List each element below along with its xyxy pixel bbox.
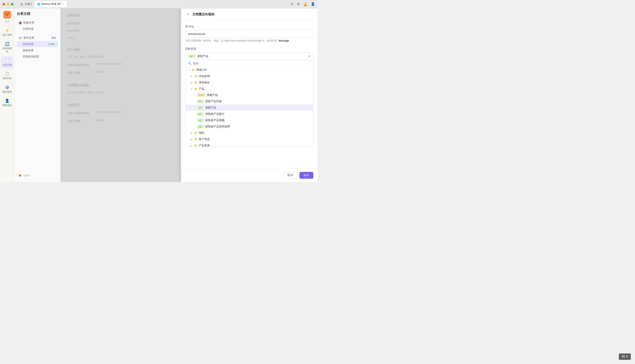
titlebar-actions: ↻ ⚙ 🔔 👤 — [291, 2, 315, 6]
tree-label-get-product: 获取产品 — [205, 106, 216, 110]
maximize-traffic-light[interactable] — [11, 3, 14, 6]
avatar-icon[interactable]: 👤 — [311, 2, 315, 6]
publish-settings-item[interactable]: 发布设置 已发布 — [17, 41, 58, 47]
share-list-item[interactable]: 分享列表 — [17, 26, 58, 32]
publish-label: 发布文档 — [23, 36, 34, 40]
source-slug-hint-bold: docs/api — [279, 39, 289, 42]
quick-share-section: 📤 快捷分享 分享列表 — [17, 20, 58, 32]
tree-label-get-product-desc: 获取参产品使用说明 — [205, 125, 230, 128]
tree-item-get-product-videos[interactable]: GET 获取参产品视频 — [186, 117, 313, 124]
tree-label-variants: 产品变体 — [199, 144, 210, 146]
close-traffic-light[interactable] — [2, 3, 5, 6]
publish-section: 📰 发布文档 预览 发布设置 已发布 基础设置 页面布局设置 — [17, 35, 58, 60]
basic-settings-label: 基础设置 — [23, 48, 34, 52]
sidebar-item-interface[interactable]: ⚡ 接口管理 — [1, 26, 13, 38]
method-get-tag-product: GET — [197, 106, 204, 109]
interface-icon: ⚡ — [5, 28, 10, 33]
chevron-down-icon: ▼ — [308, 55, 310, 58]
tree-item-get-product-desc[interactable]: GET 获取参产品使用说明 — [186, 124, 313, 130]
target-resource-select: GET 获取产品 ▼ 🔍 — [185, 52, 313, 147]
close-icon: × — [187, 12, 188, 16]
tree-item-products[interactable]: ▼ 📁 产品 — [186, 86, 313, 92]
share-list-label: 分享列表 — [23, 27, 34, 31]
tree-item-merchant-api[interactable]: ▼ 📁 商城 API — [186, 67, 313, 73]
method-get-tag-images: GET — [197, 112, 204, 116]
select-display[interactable]: GET 获取产品 ▼ — [185, 52, 313, 60]
content-sidebar: 分享文档 📤 快捷分享 分享列表 📰 发布文档 预览 发布设置 — [14, 8, 60, 182]
search-icon: 🔍 — [188, 62, 191, 65]
sidebar-item-share[interactable]: 📄 分享文档 — [1, 56, 13, 68]
modal-header: × 文档重定向规则 — [181, 8, 318, 20]
sidebar-item-automation[interactable]: 🔄 自动化测试 — [1, 40, 13, 55]
tree-chevron-products: ▼ — [190, 88, 193, 90]
page-layout-label: 页面布局设置 — [23, 55, 39, 58]
folder-icon-auth: 📁 — [194, 81, 198, 84]
share-label: 分享文档 — [2, 64, 12, 66]
settings-icon[interactable]: ⚙ — [297, 2, 300, 6]
folder-icon: 📁 — [192, 68, 195, 72]
quick-share-header[interactable]: 📤 快捷分享 — [17, 20, 58, 26]
folder-icon-products: 📁 — [194, 87, 198, 90]
tree-label-search-products: 搜索产品 — [207, 93, 218, 97]
redirect-rules-modal: × 文档重定向规则 源 slug URL 末尾的唯一标识符。例如：在 https… — [181, 8, 318, 182]
folder-icon-variants: 📁 — [194, 144, 198, 147]
tab-medusa-api[interactable]: 🌐 Medusa 商城 API ✕ — [35, 1, 67, 7]
tree-container: ▼ 📁 商城 API ▶ 📁 开始使用 — [186, 67, 313, 146]
tree-item-customers[interactable]: ▶ 📁 客户信息 — [186, 136, 313, 142]
tree-item-get-product-images[interactable]: GET 获取参产品图片 — [186, 111, 313, 117]
sidebar-title: 分享文档 — [17, 12, 58, 16]
project-settings-icon: ⚙️ — [5, 85, 10, 90]
settings-label: 项目设置 — [2, 90, 12, 94]
modal-close-button[interactable]: × — [185, 12, 190, 17]
tree-chevron-customers: ▶ — [190, 138, 193, 140]
tree-item-regions[interactable]: ▶ 📁 地区 — [186, 130, 313, 136]
tab-api-icon: 🌐 — [37, 3, 40, 6]
page-layout-item[interactable]: 页面布局设置 — [17, 54, 58, 60]
folder-icon-regions: 📁 — [194, 132, 198, 134]
sidebar-item-invite[interactable]: 👤 邀请成员 — [1, 97, 13, 108]
sidebar-item-history[interactable]: 🕐 请求历史 — [1, 70, 13, 82]
tree-chevron-regions: ▶ — [190, 132, 193, 134]
tree-item-search-products[interactable]: POST 搜索产品 — [186, 92, 313, 98]
automation-icon: 🔄 — [5, 42, 10, 46]
method-get-tag-desc: GET — [197, 125, 204, 128]
tree-chevron-variants: ▶ — [190, 144, 193, 147]
tree-item-get-product[interactable]: GET 获取产品 — [186, 104, 313, 111]
minimize-traffic-light[interactable] — [7, 3, 9, 6]
quick-share-label: 快捷分享 — [23, 21, 34, 24]
notification-icon[interactable]: 🔔 — [303, 2, 308, 6]
tree-chevron-expand: ▼ — [188, 69, 190, 71]
tree-label-get-product-videos: 获取参产品视频 — [205, 118, 224, 122]
tree-item-get-products-list[interactable]: GET 获取产品列表 — [186, 98, 313, 104]
history-icon: 🕐 — [5, 72, 10, 76]
apifox-label: Apifox — [23, 174, 30, 177]
tree-label-products: 产品 — [199, 87, 204, 91]
tree-label-get-products-list: 获取产品列表 — [205, 100, 222, 103]
tree-item-auth[interactable]: ▶ 📁 身份验证 — [186, 79, 313, 86]
invite-label: 邀请成员 — [2, 104, 12, 107]
tree-item-getting-started[interactable]: ▶ 📁 开始使用 — [186, 73, 313, 79]
target-resource-group: 目标资源 GET 获取产品 ▼ — [185, 47, 313, 147]
publish-section-header[interactable]: 📰 发布文档 预览 — [17, 35, 58, 41]
home-icon: 🏠 — [20, 3, 23, 6]
tab-close-icon[interactable]: ✕ — [62, 3, 64, 6]
apifox-logo: 🦊 — [18, 174, 22, 177]
tab-home[interactable]: 🏠 主窗口 — [18, 1, 35, 7]
modal-body: 源 slug URL 末尾的唯一标识符。例如：在 https://your-do… — [181, 20, 318, 168]
tree-label-regions: 地区 — [199, 131, 204, 135]
dropdown-search-input[interactable] — [193, 62, 310, 65]
titlebar: 🏠 主窗口 🌐 Medusa 商城 API ✕ ↻ ⚙ 🔔 👤 — [0, 0, 318, 8]
save-button[interactable]: 保存 — [300, 172, 313, 179]
basic-settings-item[interactable]: 基础设置 — [17, 47, 58, 54]
cancel-button[interactable]: 取消 — [283, 172, 297, 179]
refresh-icon[interactable]: ↻ — [291, 2, 294, 6]
source-slug-input[interactable] — [185, 30, 313, 38]
source-slug-group: 源 slug URL 末尾的唯一标识符。例如：在 https://your-do… — [185, 24, 313, 43]
tree-item-variants[interactable]: ▶ 📁 产品变体 — [186, 142, 313, 146]
sidebar-item-settings[interactable]: ⚙️ 项目设置 — [1, 83, 13, 95]
tree-chevron-auth: ▶ — [190, 82, 193, 84]
method-post-tag: POST — [197, 94, 206, 97]
tabs-bar: 🏠 主窗口 🌐 Medusa 商城 API ✕ — [18, 1, 289, 7]
quick-share-icon: 📤 — [18, 21, 22, 24]
avatar: 🦊 — [3, 11, 11, 18]
